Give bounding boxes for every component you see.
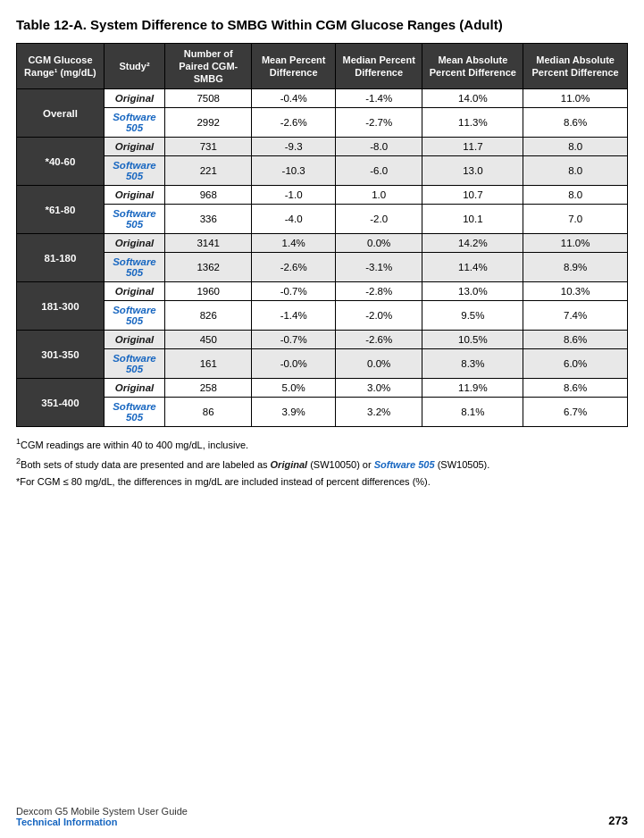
footer-page-number: 273 [608,814,628,827]
n-software: 221 [165,156,252,186]
mapd-original: 13.0% [422,282,523,301]
medpd-original: 1.0 [335,186,422,205]
footer-section: Technical Information [16,817,188,827]
n-original: 3141 [165,234,252,253]
n-software: 1362 [165,253,252,282]
mapd-software: 11.3% [422,108,523,138]
data-table: CGM Glucose Range¹ (mg/dL) Study² Number… [16,43,628,428]
col4-header: Mean Percent Difference [252,43,336,89]
mapd-original: 10.7 [422,186,523,205]
table-row: Software 505 221 -10.3 -6.0 13.0 8.0 [17,156,628,186]
study-original: Original [104,89,164,108]
mapd-original: 10.5% [422,331,523,349]
medpd-original: -2.8% [335,282,422,301]
medpd-original: -8.0 [335,138,422,156]
medapd-software: 6.7% [523,398,628,427]
table-row: Software 505 2992 -2.6% -2.7% 11.3% 8.6% [17,108,628,138]
mpd-original: -9.3 [252,138,336,156]
mapd-original: 14.2% [422,234,523,253]
mpd-software: -2.6% [252,253,336,282]
table-row: 351-400 Original 258 5.0% 3.0% 11.9% 8.6… [17,379,628,398]
n-software: 161 [165,349,252,379]
mpd-software: -1.4% [252,301,336,331]
col1-header: CGM Glucose Range¹ (mg/dL) [17,43,105,89]
mpd-software: -4.0 [252,205,336,234]
range-cell: 181-300 [17,282,105,331]
medpd-software: -3.1% [335,253,422,282]
col3-header: Number of Paired CGM-SMBG [165,43,252,89]
table-row: 181-300 Original 1960 -0.7% -2.8% 13.0% … [17,282,628,301]
medapd-original: 10.3% [523,282,628,301]
mapd-software: 8.3% [422,349,523,379]
medapd-original: 8.6% [523,379,628,398]
study-original: Original [104,331,164,349]
footer: Dexcom G5 Mobile System User Guide Techn… [16,806,628,827]
study-software: Software 505 [104,301,164,331]
n-software: 336 [165,205,252,234]
page-title: Table 12-A. System Difference to SMBG Wi… [16,16,628,34]
mpd-software: -2.6% [252,108,336,138]
table-row: *61-80 Original 968 -1.0 1.0 10.7 8.0 [17,186,628,205]
footnote-2: 2Both sets of study data are presented a… [16,456,628,472]
medpd-original: -2.6% [335,331,422,349]
footnotes: 1CGM readings are within 40 to 400 mg/dL… [16,436,628,489]
table-row: Software 505 86 3.9% 3.2% 8.1% 6.7% [17,398,628,427]
study-original: Original [104,186,164,205]
study-original: Original [104,234,164,253]
study-software: Software 505 [104,349,164,379]
table-row: 81-180 Original 3141 1.4% 0.0% 14.2% 11.… [17,234,628,253]
range-cell: *40-60 [17,138,105,186]
n-original: 450 [165,331,252,349]
mapd-software: 11.4% [422,253,523,282]
mpd-software: -10.3 [252,156,336,186]
medpd-original: 3.0% [335,379,422,398]
mapd-original: 11.7 [422,138,523,156]
table-row: *40-60 Original 731 -9.3 -8.0 11.7 8.0 [17,138,628,156]
mpd-original: -0.7% [252,282,336,301]
medapd-original: 11.0% [523,89,628,108]
col7-header: Median Absolute Percent Difference [523,43,628,89]
mpd-original: -1.0 [252,186,336,205]
study-software: Software 505 [104,253,164,282]
medapd-original: 8.0 [523,186,628,205]
study-original: Original [104,379,164,398]
medpd-software: 0.0% [335,349,422,379]
mapd-software: 10.1 [422,205,523,234]
mapd-software: 13.0 [422,156,523,186]
medapd-software: 8.0 [523,156,628,186]
medpd-original: 0.0% [335,234,422,253]
mapd-software: 8.1% [422,398,523,427]
medpd-software: -6.0 [335,156,422,186]
footnote-1: 1CGM readings are within 40 to 400 mg/dL… [16,436,628,452]
footer-left: Dexcom G5 Mobile System User Guide Techn… [16,806,188,827]
n-original: 258 [165,379,252,398]
medpd-original: -1.4% [335,89,422,108]
table-row: Software 505 826 -1.4% -2.0% 9.5% 7.4% [17,301,628,331]
n-original: 1960 [165,282,252,301]
study-software: Software 505 [104,156,164,186]
n-original: 731 [165,138,252,156]
range-cell: Overall [17,89,105,138]
medapd-original: 8.6% [523,331,628,349]
mapd-original: 14.0% [422,89,523,108]
medapd-original: 11.0% [523,234,628,253]
medapd-software: 8.9% [523,253,628,282]
col5-header: Median Percent Difference [335,43,422,89]
mapd-original: 11.9% [422,379,523,398]
medpd-software: -2.0% [335,301,422,331]
range-cell: *61-80 [17,186,105,234]
table-row: Overall Original 7508 -0.4% -1.4% 14.0% … [17,89,628,108]
table-row: Software 505 1362 -2.6% -3.1% 11.4% 8.9% [17,253,628,282]
medapd-software: 7.0 [523,205,628,234]
study-original: Original [104,282,164,301]
n-software: 2992 [165,108,252,138]
medapd-software: 8.6% [523,108,628,138]
n-software: 826 [165,301,252,331]
software-label-footnote: Software 505 [374,458,435,469]
medapd-software: 6.0% [523,349,628,379]
mpd-original: 1.4% [252,234,336,253]
n-original: 968 [165,186,252,205]
mapd-software: 9.5% [422,301,523,331]
medpd-software: -2.0 [335,205,422,234]
medpd-software: 3.2% [335,398,422,427]
